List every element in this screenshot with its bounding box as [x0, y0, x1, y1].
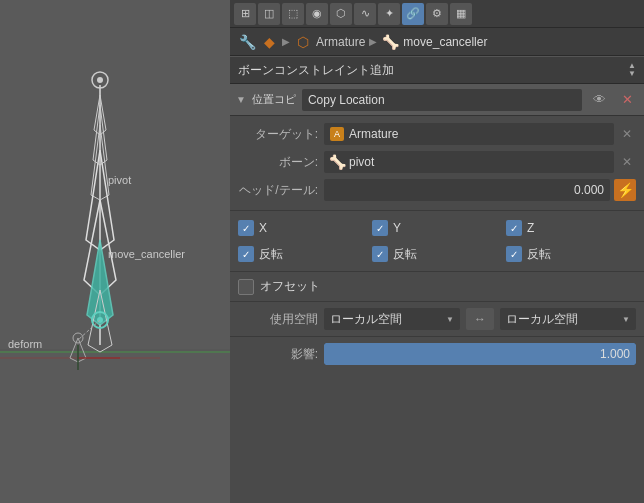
divider-3 — [230, 301, 644, 302]
target-label: ターゲット: — [238, 126, 318, 143]
owner-space-text: ローカル空間 — [330, 311, 442, 328]
toolbar-icon-mesh[interactable]: ⬚ — [282, 3, 304, 25]
z-checkbox-item: Z — [506, 217, 636, 239]
space-swap-btn[interactable]: ↔ — [466, 308, 494, 330]
constraint-type-label: 位置コピ — [252, 92, 296, 107]
invert3-label: 反転 — [527, 246, 551, 263]
head-tail-value: 0.000 — [574, 183, 604, 197]
divider-2 — [230, 271, 644, 272]
eye-icon-btn[interactable]: 👁 — [588, 89, 610, 111]
invert2-label: 反転 — [393, 246, 417, 263]
invert1-label: 反転 — [259, 246, 283, 263]
section-scroll[interactable]: ▲ ▼ — [628, 62, 636, 78]
section-header-title: ボーンコンストレイント追加 — [238, 62, 628, 79]
invert3-checkbox-item: 反転 — [506, 243, 636, 265]
divider-1 — [230, 210, 644, 211]
head-tail-label: ヘッド/テール: — [238, 182, 318, 199]
target-field-text: Armature — [349, 127, 398, 141]
x-checkbox-item: X — [238, 217, 368, 239]
breadcrumb-icon-armature: ⬡ — [294, 33, 312, 51]
toolbar-icon-star[interactable]: ✦ — [378, 3, 400, 25]
form-area: ターゲット: A Armature ✕ ボーン: 🦴 pivot — [230, 116, 644, 208]
invert1-checkbox-item: 反転 — [238, 243, 368, 265]
target-space-dropdown[interactable]: ローカル空間 ▼ — [500, 308, 636, 330]
head-tail-suffix-btn[interactable]: ⚡ — [614, 179, 636, 201]
divider-4 — [230, 336, 644, 337]
bone-value-container: 🦴 pivot ✕ — [324, 151, 636, 173]
toolbar-icon-curve[interactable]: ∿ — [354, 3, 376, 25]
influence-row: 影響: 1.000 — [230, 339, 644, 369]
breadcrumb-armature-text: Armature — [316, 35, 365, 49]
target-clear-btn[interactable]: ✕ — [618, 125, 636, 143]
owner-space-dropdown[interactable]: ローカル空間 ▼ — [324, 308, 460, 330]
invert1-checkbox[interactable] — [238, 246, 254, 262]
xyz-checkboxes: X Y Z 反転 反転 反転 — [230, 213, 644, 269]
influence-value: 1.000 — [600, 347, 630, 361]
close-icon-btn[interactable]: ✕ — [616, 89, 638, 111]
bone-clear-btn[interactable]: ✕ — [618, 153, 636, 171]
head-tail-field[interactable]: 0.000 — [324, 179, 610, 201]
constraint-header: ▼ 位置コピ 👁 ✕ — [230, 84, 644, 116]
y-label: Y — [393, 221, 401, 235]
bone-label: ボーン: — [238, 154, 318, 171]
offset-checkbox[interactable] — [238, 279, 254, 295]
breadcrumb-bone-text: move_canceller — [403, 35, 487, 49]
space-label: 使用空間 — [238, 311, 318, 328]
toolbar-icon-globe[interactable]: ◉ — [306, 3, 328, 25]
constraint-panel: ▼ 位置コピ 👁 ✕ ターゲット: A Armature ✕ — [230, 84, 644, 503]
breadcrumb-icon-bone: 🦴 — [381, 33, 399, 51]
breadcrumb-sep2: ▶ — [369, 36, 377, 47]
z-checkbox[interactable] — [506, 220, 522, 236]
breadcrumb-sep1: ▶ — [282, 36, 290, 47]
viewport-3d[interactable]: pivot move_canceller deform — [0, 0, 230, 503]
owner-space-arrow: ▼ — [446, 315, 454, 324]
invert3-checkbox[interactable] — [506, 246, 522, 262]
z-label: Z — [527, 221, 534, 235]
influence-bar[interactable]: 1.000 — [324, 343, 636, 365]
armature-icon: A — [330, 127, 344, 141]
breadcrumb-icon-diamond: ◆ — [260, 33, 278, 51]
toolbar-icon-grid[interactable]: ⊞ — [234, 3, 256, 25]
bone-icon: 🦴 — [330, 155, 344, 169]
toolbar-icon-list[interactable]: ◫ — [258, 3, 280, 25]
target-space-arrow: ▼ — [622, 315, 630, 324]
svg-point-6 — [97, 77, 103, 83]
invert2-checkbox-item: 反転 — [372, 243, 502, 265]
invert2-checkbox[interactable] — [372, 246, 388, 262]
target-row: ターゲット: A Armature ✕ — [238, 122, 636, 146]
constraint-name-input[interactable] — [302, 89, 582, 111]
influence-label: 影響: — [238, 346, 318, 363]
head-tail-row: ヘッド/テール: 0.000 ⚡ — [238, 178, 636, 202]
collapse-arrow[interactable]: ▼ — [236, 94, 246, 105]
section-header: ボーンコンストレイント追加 ▲ ▼ — [230, 56, 644, 84]
x-checkbox[interactable] — [238, 220, 254, 236]
move-canceller-label: move_canceller — [108, 248, 185, 260]
toolbar-icon-gear[interactable]: ⚙ — [426, 3, 448, 25]
x-label: X — [259, 221, 267, 235]
offset-row: オフセット — [230, 274, 644, 299]
swap-icon: ↔ — [474, 312, 486, 326]
breadcrumb-icon-wrench: 🔧 — [238, 33, 256, 51]
target-space-text: ローカル空間 — [506, 311, 618, 328]
y-checkbox[interactable] — [372, 220, 388, 236]
bone-field[interactable]: 🦴 pivot — [324, 151, 614, 173]
target-value-container: A Armature ✕ — [324, 123, 636, 145]
right-panel: ⊞ ◫ ⬚ ◉ ⬡ ∿ ✦ 🔗 ⚙ ▦ 🔧 ◆ ▶ ⬡ Armature ▶ 🦴… — [230, 0, 644, 503]
bone-row: ボーン: 🦴 pivot ✕ — [238, 150, 636, 174]
head-tail-value-container: 0.000 ⚡ — [324, 179, 636, 201]
deform-label: deform — [8, 338, 42, 350]
bone-field-text: pivot — [349, 155, 374, 169]
influence-fill — [324, 343, 636, 365]
toolbar-icon-grid2[interactable]: ▦ — [450, 3, 472, 25]
pivot-label: pivot — [108, 174, 131, 186]
toolbar-icon-link[interactable]: 🔗 — [402, 3, 424, 25]
space-row: 使用空間 ローカル空間 ▼ ↔ ローカル空間 ▼ — [230, 304, 644, 334]
y-checkbox-item: Y — [372, 217, 502, 239]
offset-label: オフセット — [260, 278, 320, 295]
breadcrumb-bar: 🔧 ◆ ▶ ⬡ Armature ▶ 🦴 move_canceller — [230, 28, 644, 56]
top-toolbar: ⊞ ◫ ⬚ ◉ ⬡ ∿ ✦ 🔗 ⚙ ▦ — [230, 0, 644, 28]
target-field[interactable]: A Armature — [324, 123, 614, 145]
toolbar-icon-hex[interactable]: ⬡ — [330, 3, 352, 25]
